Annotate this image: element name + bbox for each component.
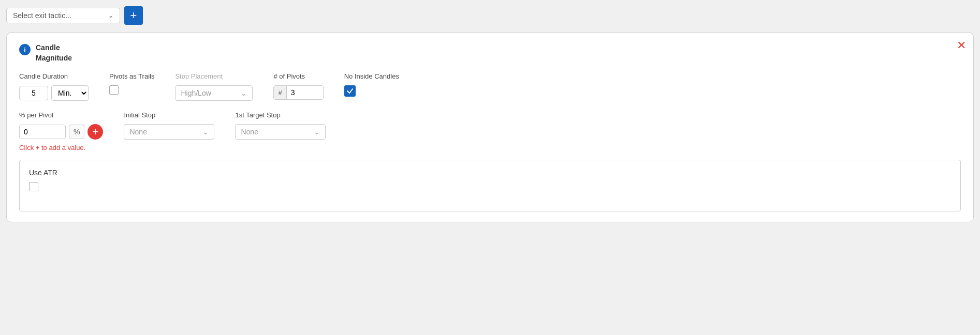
top-sections: Candle Duration Min. Hour Day Pivots as … <box>19 72 961 101</box>
close-button[interactable]: ✕ <box>957 40 966 51</box>
use-atr-box: Use ATR <box>19 160 961 211</box>
stop-placement-section: Stop Placement High/Low ⌄ <box>175 72 253 101</box>
num-pivots-input-row: # <box>273 85 323 100</box>
percent-row: % + <box>19 124 103 140</box>
percent-per-pivot-section: % per Pivot % + Click + to add a value. <box>19 111 103 151</box>
initial-stop-dropdown[interactable]: None ⌄ <box>124 124 214 140</box>
card-header: i Candle Magnitude <box>19 43 961 63</box>
stop-placement-value: High/Low <box>181 89 211 97</box>
pivots-as-trails-section: Pivots as Trails <box>109 72 154 95</box>
use-atr-checkbox[interactable] <box>29 182 38 191</box>
no-inside-candles-label: No Inside Candles <box>344 72 399 80</box>
candle-duration-unit-select[interactable]: Min. Hour Day <box>51 85 89 101</box>
candle-duration-section: Candle Duration Min. Hour Day <box>19 72 89 101</box>
pivots-as-trails-label: Pivots as Trails <box>109 72 154 80</box>
no-inside-candles-checkbox[interactable] <box>344 85 356 97</box>
candle-duration-input[interactable] <box>19 86 48 100</box>
num-pivots-label: # of Pivots <box>273 72 323 80</box>
bottom-sections: % per Pivot % + Click + to add a value. … <box>19 111 961 151</box>
exit-tactic-placeholder: Select exit tactic... <box>13 11 71 20</box>
num-pivots-hash-symbol: # <box>274 86 286 99</box>
pivots-as-trails-checkbox[interactable] <box>109 85 119 95</box>
first-target-stop-label: 1st Target Stop <box>235 111 326 119</box>
stop-placement-chevron-icon: ⌄ <box>241 89 247 97</box>
strategy-card: ✕ i Candle Magnitude Candle Duration Min… <box>6 32 974 222</box>
top-bar: Select exit tactic... ⌄ + <box>6 6 974 25</box>
add-value-hint: Click + to add a value. <box>19 144 103 151</box>
first-target-stop-dropdown[interactable]: None ⌄ <box>235 124 326 140</box>
initial-stop-value: None <box>129 128 147 136</box>
candle-duration-label: Candle Duration <box>19 72 89 80</box>
chevron-down-icon: ⌄ <box>108 12 113 19</box>
first-target-stop-chevron-icon: ⌄ <box>314 128 320 136</box>
initial-stop-section: Initial Stop None ⌄ <box>124 111 214 140</box>
no-inside-candles-section: No Inside Candles <box>344 72 399 97</box>
duration-row: Min. Hour Day <box>19 85 89 101</box>
first-target-stop-value: None <box>241 128 258 136</box>
num-pivots-section: # of Pivots # <box>273 72 323 100</box>
percent-per-pivot-input[interactable] <box>19 125 66 139</box>
info-icon: i <box>19 44 31 55</box>
initial-stop-label: Initial Stop <box>124 111 214 119</box>
percent-per-pivot-label: % per Pivot <box>19 111 103 119</box>
first-target-stop-section: 1st Target Stop None ⌄ <box>235 111 326 140</box>
stop-placement-label: Stop Placement <box>175 72 253 80</box>
add-value-button[interactable]: + <box>87 124 103 140</box>
stop-placement-dropdown[interactable]: High/Low ⌄ <box>175 85 253 101</box>
card-title: Candle Magnitude <box>36 43 72 63</box>
exit-tactic-dropdown[interactable]: Select exit tactic... ⌄ <box>6 8 120 23</box>
percent-symbol: % <box>69 125 84 139</box>
use-atr-label: Use ATR <box>29 169 951 177</box>
initial-stop-chevron-icon: ⌄ <box>202 128 209 136</box>
num-pivots-input[interactable] <box>287 86 323 99</box>
add-tactic-button[interactable]: + <box>124 6 143 25</box>
